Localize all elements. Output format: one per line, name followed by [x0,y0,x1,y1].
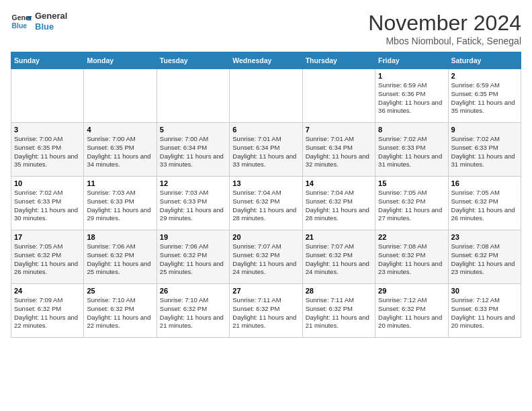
calendar-cell: 28Sunrise: 7:11 AM Sunset: 6:32 PM Dayli… [302,284,375,338]
calendar-cell: 15Sunrise: 7:05 AM Sunset: 6:32 PM Dayli… [375,177,448,230]
day-info: Sunrise: 7:04 AM Sunset: 6:32 PM Dayligh… [306,189,372,223]
calendar-cell: 19Sunrise: 7:06 AM Sunset: 6:32 PM Dayli… [157,230,229,284]
day-info: Sunrise: 7:02 AM Sunset: 6:33 PM Dayligh… [14,189,81,223]
day-info: Sunrise: 6:59 AM Sunset: 6:36 PM Dayligh… [378,81,445,116]
calendar-cell: 1Sunrise: 6:59 AM Sunset: 6:36 PM Daylig… [375,69,448,123]
day-number: 26 [160,287,226,295]
day-number: 11 [87,179,153,187]
calendar-week-row: 24Sunrise: 7:09 AM Sunset: 6:32 PM Dayli… [11,284,521,338]
day-info: Sunrise: 7:01 AM Sunset: 6:34 PM Dayligh… [232,135,299,169]
calendar-cell: 4Sunrise: 7:00 AM Sunset: 6:35 PM Daylig… [84,123,157,177]
header-wednesday: Wednesday [230,52,302,69]
header-tuesday: Tuesday [157,52,229,69]
calendar-cell: 21Sunrise: 7:07 AM Sunset: 6:32 PM Dayli… [302,230,375,284]
day-info: Sunrise: 7:10 AM Sunset: 6:32 PM Dayligh… [160,296,226,330]
header-sunday: Sunday [11,52,84,69]
day-number: 16 [451,179,518,187]
day-number: 30 [451,287,518,295]
day-number: 3 [14,126,81,134]
calendar-cell: 29Sunrise: 7:12 AM Sunset: 6:32 PM Dayli… [375,284,448,338]
day-number: 23 [451,233,518,241]
calendar-cell: 23Sunrise: 7:08 AM Sunset: 6:32 PM Dayli… [448,230,521,284]
day-number: 9 [451,126,518,134]
calendar-cell: 14Sunrise: 7:04 AM Sunset: 6:32 PM Dayli… [302,177,375,230]
calendar-cell: 5Sunrise: 7:00 AM Sunset: 6:34 PM Daylig… [157,123,229,177]
calendar-cell: 27Sunrise: 7:11 AM Sunset: 6:32 PM Dayli… [230,284,302,338]
calendar-week-row: 17Sunrise: 7:05 AM Sunset: 6:32 PM Dayli… [11,230,521,284]
calendar-cell: 11Sunrise: 7:03 AM Sunset: 6:33 PM Dayli… [84,177,157,230]
calendar-cell: 25Sunrise: 7:10 AM Sunset: 6:32 PM Dayli… [84,284,157,338]
page-title: November 2024 [368,11,521,36]
day-number: 24 [14,287,81,295]
day-info: Sunrise: 7:03 AM Sunset: 6:33 PM Dayligh… [160,189,226,223]
day-info: Sunrise: 7:01 AM Sunset: 6:34 PM Dayligh… [306,135,372,169]
calendar-cell: 20Sunrise: 7:07 AM Sunset: 6:32 PM Dayli… [230,230,302,284]
day-number: 5 [160,126,226,134]
day-info: Sunrise: 7:10 AM Sunset: 6:32 PM Dayligh… [87,296,153,330]
title-area: November 2024 Mbos Niomboul, Fatick, Sen… [368,11,521,46]
calendar-header-row: SundayMondayTuesdayWednesdayThursdayFrid… [11,52,521,69]
day-number: 8 [378,126,445,134]
calendar-cell [302,69,375,123]
calendar-cell: 8Sunrise: 7:02 AM Sunset: 6:33 PM Daylig… [375,123,448,177]
calendar-cell: 13Sunrise: 7:04 AM Sunset: 6:32 PM Dayli… [230,177,302,230]
day-number: 2 [451,72,518,80]
day-info: Sunrise: 7:07 AM Sunset: 6:32 PM Dayligh… [306,242,372,277]
day-number: 13 [232,179,299,187]
day-info: Sunrise: 7:06 AM Sunset: 6:32 PM Dayligh… [87,242,153,277]
day-info: Sunrise: 7:03 AM Sunset: 6:33 PM Dayligh… [87,189,153,223]
calendar-cell: 22Sunrise: 7:08 AM Sunset: 6:32 PM Dayli… [375,230,448,284]
calendar-week-row: 1Sunrise: 6:59 AM Sunset: 6:36 PM Daylig… [11,69,521,123]
day-info: Sunrise: 7:05 AM Sunset: 6:32 PM Dayligh… [451,189,518,223]
day-info: Sunrise: 7:07 AM Sunset: 6:32 PM Dayligh… [232,242,299,277]
calendar-cell: 30Sunrise: 7:12 AM Sunset: 6:33 PM Dayli… [448,284,521,338]
day-info: Sunrise: 7:04 AM Sunset: 6:32 PM Dayligh… [232,189,299,223]
header-monday: Monday [84,52,157,69]
header-thursday: Thursday [302,52,375,69]
day-number: 7 [306,126,372,134]
day-number: 29 [378,287,445,295]
calendar-cell [11,69,84,123]
day-info: Sunrise: 7:09 AM Sunset: 6:32 PM Dayligh… [14,296,81,330]
day-number: 20 [232,233,299,241]
calendar-week-row: 10Sunrise: 7:02 AM Sunset: 6:33 PM Dayli… [11,177,521,230]
day-info: Sunrise: 7:00 AM Sunset: 6:35 PM Dayligh… [14,135,81,169]
calendar-cell: 17Sunrise: 7:05 AM Sunset: 6:32 PM Dayli… [11,230,84,284]
day-info: Sunrise: 7:00 AM Sunset: 6:34 PM Dayligh… [160,135,226,169]
day-number: 27 [232,287,299,295]
calendar-cell [84,69,157,123]
day-number: 19 [160,233,226,241]
day-number: 1 [378,72,445,80]
day-number: 6 [232,126,299,134]
header-friday: Friday [375,52,448,69]
calendar-cell: 2Sunrise: 6:59 AM Sunset: 6:35 PM Daylig… [448,69,521,123]
calendar-cell: 24Sunrise: 7:09 AM Sunset: 6:32 PM Dayli… [11,284,84,338]
day-info: Sunrise: 7:11 AM Sunset: 6:32 PM Dayligh… [232,296,299,330]
page-subtitle: Mbos Niomboul, Fatick, Senegal [368,36,521,46]
calendar-cell: 26Sunrise: 7:10 AM Sunset: 6:32 PM Dayli… [157,284,229,338]
calendar-cell: 9Sunrise: 7:02 AM Sunset: 6:33 PM Daylig… [448,123,521,177]
day-number: 12 [160,179,226,187]
calendar-cell [230,69,302,123]
day-info: Sunrise: 7:05 AM Sunset: 6:32 PM Dayligh… [14,242,81,277]
day-number: 25 [87,287,153,295]
calendar-week-row: 3Sunrise: 7:00 AM Sunset: 6:35 PM Daylig… [11,123,521,177]
svg-text:Blue: Blue [12,22,28,30]
logo-svg: General Blue [11,11,32,32]
day-number: 18 [87,233,153,241]
calendar-cell [157,69,229,123]
calendar-table: SundayMondayTuesdayWednesdayThursdayFrid… [11,52,521,338]
day-number: 22 [378,233,445,241]
logo-text: General Blue [35,11,67,32]
day-info: Sunrise: 7:12 AM Sunset: 6:33 PM Dayligh… [451,296,518,330]
calendar-cell: 7Sunrise: 7:01 AM Sunset: 6:34 PM Daylig… [302,123,375,177]
day-info: Sunrise: 6:59 AM Sunset: 6:35 PM Dayligh… [451,81,518,116]
header-saturday: Saturday [448,52,521,69]
day-number: 17 [14,233,81,241]
day-number: 21 [306,233,372,241]
day-info: Sunrise: 7:08 AM Sunset: 6:32 PM Dayligh… [378,242,445,277]
logo: General Blue General Blue [11,11,67,32]
day-number: 14 [306,179,372,187]
day-number: 10 [14,179,81,187]
day-info: Sunrise: 7:02 AM Sunset: 6:33 PM Dayligh… [378,135,445,169]
